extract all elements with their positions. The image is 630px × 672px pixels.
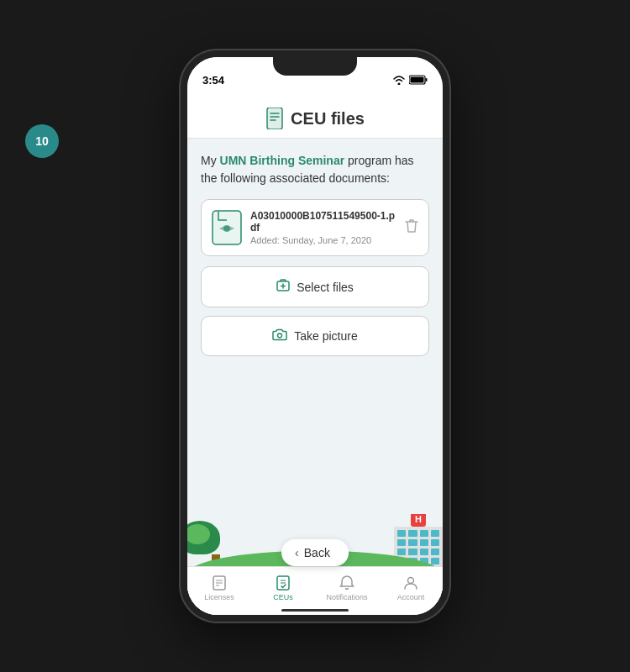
licenses-icon: [211, 575, 228, 591]
svg-rect-1: [426, 78, 428, 81]
main-content: My UMN Birthing Seminar program has the …: [187, 139, 443, 514]
back-label: Back: [304, 546, 330, 559]
hospital-h: H: [411, 514, 426, 527]
nav-label-licenses: Licenses: [204, 593, 234, 601]
bottom-navigation: Licenses CEUs Notifications: [187, 566, 443, 615]
file-name: A03010000B107511549500-1.pdf: [250, 210, 396, 234]
status-time: 3:54: [202, 74, 224, 87]
nav-label-notifications: Notifications: [326, 593, 367, 601]
svg-point-9: [223, 225, 230, 232]
phone-shell: 3:54: [181, 50, 449, 622]
status-icons: [392, 75, 428, 85]
nav-item-licenses[interactable]: Licenses: [187, 567, 251, 615]
pdf-icon: [212, 210, 242, 245]
select-files-icon: [276, 279, 290, 295]
file-info: A03010000B107511549500-1.pdf Added: Sund…: [250, 210, 396, 245]
nav-item-ceus[interactable]: CEUs: [251, 567, 315, 615]
status-bar: 3:54: [187, 57, 443, 99]
wifi-icon: [392, 75, 406, 85]
page-header: CEU files: [187, 99, 443, 139]
svg-point-13: [278, 333, 282, 338]
file-card: A03010000B107511549500-1.pdf Added: Sund…: [201, 199, 429, 256]
select-files-button[interactable]: Select files: [201, 266, 429, 307]
notch: [273, 57, 357, 76]
description-text: My UMN Birthing Seminar program has the …: [201, 152, 429, 187]
program-highlight: UMN Birthing Seminar: [220, 154, 345, 167]
delete-icon[interactable]: [405, 218, 418, 237]
nav-label-account: Account: [397, 593, 425, 601]
ceu-files-icon: [265, 108, 284, 129]
nav-item-account[interactable]: Account: [379, 567, 443, 615]
back-button[interactable]: ‹ Back: [281, 539, 349, 566]
screen: CEU files My UMN Birthing Seminar progra…: [187, 99, 443, 615]
svg-rect-3: [267, 108, 282, 129]
battery-icon: [409, 75, 428, 85]
svg-point-21: [408, 577, 414, 583]
home-indicator: [281, 609, 349, 612]
nav-item-notifications[interactable]: Notifications: [315, 567, 379, 615]
ceus-icon: [275, 575, 291, 591]
back-chevron-icon: ‹: [295, 546, 299, 559]
notifications-icon: [339, 575, 355, 591]
take-picture-button[interactable]: Take picture: [201, 316, 429, 356]
take-picture-icon: [272, 328, 287, 344]
account-icon: [402, 575, 419, 591]
page-title: CEU files: [291, 109, 365, 129]
select-files-label: Select files: [297, 281, 354, 294]
nav-label-ceus: CEUs: [273, 593, 293, 601]
badge-counter: 10: [25, 124, 59, 158]
file-date: Added: Sunday, June 7, 2020: [250, 235, 396, 245]
take-picture-label: Take picture: [294, 329, 357, 343]
svg-rect-2: [411, 77, 424, 83]
